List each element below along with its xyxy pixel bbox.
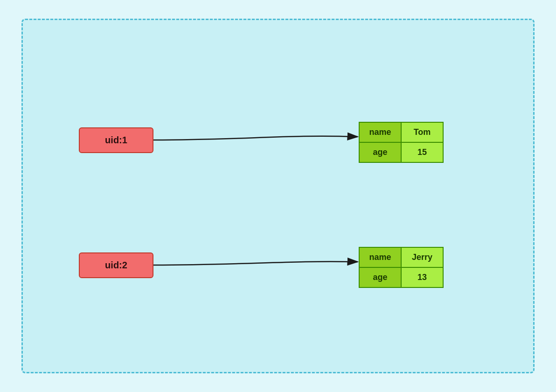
arrow-uid2-to-record2 <box>153 261 358 265</box>
uid-box-2: uid:2 <box>79 252 153 278</box>
record1-age-value: 15 <box>401 142 443 162</box>
uid2-label: uid:2 <box>105 260 127 271</box>
record2-name-value: Jerry <box>401 247 443 267</box>
record-table-2: name Jerry age 13 <box>359 247 444 288</box>
table-row: age 13 <box>359 267 443 287</box>
diagram-canvas: uid:1 uid:2 name Tom age 15 name Jerry a… <box>21 19 535 373</box>
table-row: name Jerry <box>359 247 443 267</box>
table-row: age 15 <box>359 142 443 162</box>
record1-age-key: age <box>359 142 401 162</box>
record1-name-value: Tom <box>401 122 443 142</box>
record-table-1: name Tom age 15 <box>359 122 444 163</box>
uid1-label: uid:1 <box>105 135 127 146</box>
record2-age-key: age <box>359 267 401 287</box>
record1-name-key: name <box>359 122 401 142</box>
uid-box-1: uid:1 <box>79 127 153 153</box>
record2-name-key: name <box>359 247 401 267</box>
arrows-svg <box>23 20 533 372</box>
table-row: name Tom <box>359 122 443 142</box>
arrow-uid1-to-record1 <box>153 136 358 140</box>
record2-age-value: 13 <box>401 267 443 287</box>
